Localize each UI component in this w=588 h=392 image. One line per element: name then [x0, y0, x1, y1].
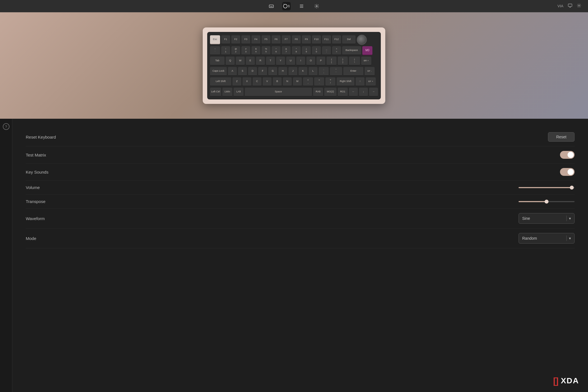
key-8[interactable]: *8	[292, 46, 301, 55]
key-left-ctrl[interactable]: Left Ctrl	[210, 88, 221, 97]
monitor-icon[interactable]	[568, 3, 572, 9]
key-sounds-toggle[interactable]	[560, 168, 575, 176]
key-k[interactable]: K	[298, 67, 307, 76]
key-left[interactable]: ←	[349, 88, 358, 97]
key-w[interactable]: W	[236, 57, 245, 66]
key-lbracket[interactable]: {[	[326, 57, 337, 66]
transpose-thumb[interactable]	[545, 200, 549, 204]
key-1[interactable]: !1	[221, 46, 230, 55]
key-ef-plus[interactable]: EF +	[366, 77, 376, 86]
key-right[interactable]: →	[369, 88, 378, 97]
settings-tab-icon[interactable]	[297, 2, 306, 10]
key-backslash[interactable]: |\	[349, 57, 360, 66]
key-rbracket[interactable]: }]	[338, 57, 348, 66]
key-p[interactable]: P	[316, 57, 325, 66]
key-lalt[interactable]: LAlt	[234, 88, 244, 97]
key-q[interactable]: Q	[226, 57, 235, 66]
key-b[interactable]: B	[273, 77, 282, 86]
key-del[interactable]: Del	[342, 35, 356, 44]
waveform-dropdown[interactable]: Sine ▾	[519, 213, 575, 224]
key-o[interactable]: O	[306, 57, 315, 66]
key-x[interactable]: X	[242, 77, 251, 86]
key-4[interactable]: $4	[251, 46, 260, 55]
key-s[interactable]: S	[238, 67, 247, 76]
key-u[interactable]: U	[286, 57, 295, 66]
help-icon[interactable]: ?	[3, 123, 10, 130]
transpose-label: Transpose	[26, 199, 45, 204]
key-backspace[interactable]: Backspace	[342, 46, 361, 55]
key-f8[interactable]: F8	[292, 35, 301, 44]
key-e[interactable]: E	[246, 57, 255, 66]
key-minus[interactable]: _-	[322, 46, 331, 55]
key-f5[interactable]: F5	[262, 35, 270, 44]
key-up[interactable]: ↑	[356, 77, 365, 86]
key-br-plus[interactable]: BR +	[361, 57, 371, 66]
key-ro1[interactable]: RO1	[338, 88, 348, 97]
key-comma[interactable]: <,	[303, 77, 313, 86]
key-6[interactable]: ^6	[272, 46, 281, 55]
key-tilde[interactable]: ~`	[210, 46, 220, 55]
key-m[interactable]: M	[293, 77, 302, 86]
key-lwin[interactable]: LWin	[222, 88, 232, 97]
key-h[interactable]: H	[278, 67, 287, 76]
key-f7[interactable]: F7	[282, 35, 291, 44]
key-t[interactable]: T	[266, 57, 275, 66]
key-i[interactable]: I	[296, 57, 305, 66]
key-mo2[interactable]: MO(2)	[324, 88, 337, 97]
key-r[interactable]: R	[256, 57, 265, 66]
key-m0[interactable]: M0	[362, 46, 372, 55]
key-g[interactable]: G	[268, 67, 277, 76]
settings2-icon[interactable]	[577, 3, 581, 9]
key-f9[interactable]: F9	[302, 35, 311, 44]
key-period[interactable]: >.	[314, 77, 324, 86]
key-right-shift[interactable]: Right Shift	[337, 77, 354, 86]
key-capslock[interactable]: Caps Lock	[210, 67, 227, 76]
key-n[interactable]: N	[283, 77, 292, 86]
key-z[interactable]: Z	[232, 77, 241, 86]
key-equals[interactable]: +=	[332, 46, 341, 55]
key-f10[interactable]: F10	[312, 35, 321, 44]
key-d[interactable]: D	[248, 67, 257, 76]
key-knob[interactable]	[357, 35, 367, 45]
key-semicolon[interactable]: :;	[319, 67, 329, 76]
key-f11[interactable]: F11	[322, 35, 331, 44]
key-v[interactable]: V	[263, 77, 272, 86]
key-7[interactable]: &7	[282, 46, 291, 55]
key-3[interactable]: #3	[241, 46, 250, 55]
key-enter[interactable]: Enter	[343, 67, 363, 76]
key-f12[interactable]: F12	[332, 35, 341, 44]
keyboard-tab-icon[interactable]	[267, 2, 276, 10]
key-f1[interactable]: F1	[221, 35, 230, 44]
volume-thumb[interactable]	[570, 186, 574, 190]
key-c[interactable]: C	[253, 77, 262, 86]
key-f2[interactable]: F2	[231, 35, 240, 44]
mode-row: Mode Random ▾	[26, 228, 575, 248]
key-f4[interactable]: F4	[251, 35, 260, 44]
mode-dropdown[interactable]: Random ▾	[519, 233, 575, 244]
key-2[interactable]: @2	[231, 46, 240, 55]
key-tab[interactable]: Tab	[210, 57, 225, 66]
reset-button[interactable]: Reset	[548, 132, 575, 142]
key-slash[interactable]: ?/	[325, 77, 335, 86]
gear-tab-icon[interactable]	[312, 2, 321, 10]
key-f3[interactable]: F3	[241, 35, 250, 44]
key-y[interactable]: Y	[276, 57, 285, 66]
key-down[interactable]: ↓	[359, 88, 368, 97]
test-matrix-toggle[interactable]	[560, 151, 575, 159]
key-l[interactable]: L	[309, 67, 318, 76]
key-f[interactable]: F	[258, 67, 267, 76]
key-f6[interactable]: F6	[272, 35, 281, 44]
key-esc[interactable]: Esc	[210, 35, 220, 44]
xda-logo: [ ] XDA	[553, 376, 579, 385]
key-5[interactable]: %5	[262, 46, 270, 55]
stethoscope-tab-icon[interactable]: ⚕	[282, 2, 291, 10]
key-0[interactable]: )0	[312, 46, 321, 55]
key-left-shift[interactable]: Left Shift	[210, 77, 231, 86]
key-9[interactable]: (9	[302, 46, 311, 55]
key-space[interactable]: Space	[245, 88, 312, 97]
key-j[interactable]: J	[288, 67, 297, 76]
key-a[interactable]: A	[228, 67, 237, 76]
key-quote[interactable]: "'	[330, 67, 342, 76]
key-ralt[interactable]: RAlt	[313, 88, 323, 97]
key-ef-minus[interactable]: EF -	[365, 67, 375, 76]
